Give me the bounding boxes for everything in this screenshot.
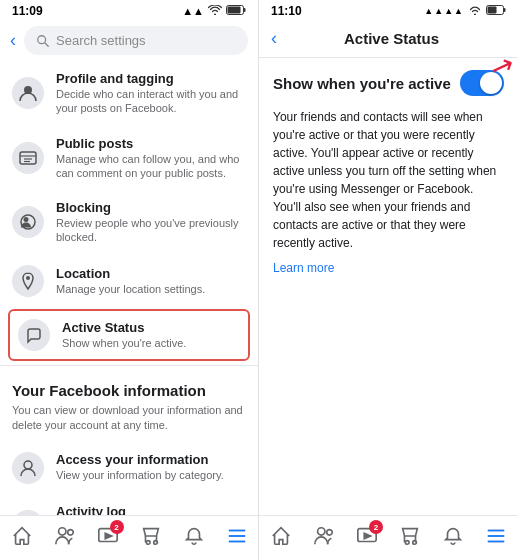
nav-notifications-left[interactable] [182,524,206,548]
settings-item-activity-log[interactable]: Activity log View and manage your inform… [0,494,258,515]
signal-icon: ▲▲ [182,5,204,17]
svg-rect-2 [228,7,241,14]
location-icon [12,265,44,297]
description-paragraph: Your friends and contacts will see when … [273,110,496,250]
watch-badge-right: 2 [369,520,383,534]
right-header: ‹ Active Status [259,20,518,58]
section-description: You can view or download your informatio… [0,403,258,442]
nav-friends-right[interactable] [312,524,336,548]
right-signal-icon: ▲▲▲▲ [424,6,464,16]
left-bottom-nav: 2 [0,515,258,560]
svg-point-32 [317,528,324,535]
left-back-arrow[interactable]: ‹ [10,30,20,51]
settings-item-profile[interactable]: Profile and tagging Decide who can inter… [0,61,258,126]
learn-more-link[interactable]: Learn more [273,261,334,275]
section-title: Your Facebook information [0,370,258,403]
svg-point-36 [405,541,409,545]
right-wifi-icon [468,5,482,17]
location-title: Location [56,266,246,281]
svg-point-12 [26,276,30,280]
active-status-subtitle: Show when you're active. [62,336,240,350]
settings-item-access-info[interactable]: Access your information View your inform… [0,442,258,494]
right-battery-icon [486,5,506,17]
settings-item-blocking[interactable]: Blocking Review people who you've previo… [0,190,258,255]
location-subtitle: Manage your location settings. [56,282,246,296]
svg-marker-35 [364,533,370,539]
svg-rect-31 [488,7,497,14]
learn-more-container: Learn more [273,258,504,276]
nav-home-left[interactable] [10,524,34,548]
public-posts-icon [12,142,44,174]
right-bottom-nav: 2 [259,515,518,560]
access-info-title: Access your information [56,452,246,467]
settings-list: Profile and tagging Decide who can inter… [0,61,258,515]
right-title: Active Status [277,30,506,47]
left-status-icons: ▲▲ [182,5,246,17]
nav-watch-right[interactable]: 2 [355,524,379,548]
nav-menu-left[interactable] [225,524,249,548]
svg-point-11 [24,217,29,222]
search-placeholder: Search settings [56,33,146,48]
search-icon [36,34,50,48]
nav-marketplace-right[interactable] [398,524,422,548]
profile-text: Profile and tagging Decide who can inter… [56,71,246,116]
battery-icon [226,5,246,17]
profile-subtitle: Decide who can interact with you and you… [56,87,246,116]
right-content: Show when you're active ↗ Your friends a… [259,58,518,515]
svg-point-21 [67,530,73,536]
nav-friends-left[interactable] [53,524,77,548]
profile-icon [12,77,44,109]
svg-point-33 [326,530,332,536]
nav-notifications-right[interactable] [441,524,465,548]
public-posts-subtitle: Manage who can follow you, and who can c… [56,152,246,181]
toggle-label: Show when you're active [273,75,451,92]
public-posts-text: Public posts Manage who can follow you, … [56,136,246,181]
right-panel: 11:10 ▲▲▲▲ ‹ Active Status [259,0,518,560]
nav-marketplace-left[interactable] [139,524,163,548]
activity-log-text: Activity log View and manage your inform… [56,504,246,515]
svg-point-24 [146,541,150,545]
right-status-bar: 11:10 ▲▲▲▲ [259,0,518,20]
blocking-subtitle: Review people who you've previously bloc… [56,216,246,245]
nav-home-right[interactable] [269,524,293,548]
nav-menu-right[interactable] [484,524,508,548]
description-text: Your friends and contacts will see when … [273,108,504,252]
profile-title: Profile and tagging [56,71,246,86]
left-status-bar: 11:09 ▲▲ [0,0,258,20]
activity-log-title: Activity log [56,504,246,515]
search-bar[interactable]: Search settings [24,26,248,55]
location-text: Location Manage your location settings. [56,266,246,296]
settings-item-location[interactable]: Location Manage your location settings. [0,255,258,307]
blocking-title: Blocking [56,200,246,215]
svg-point-20 [58,528,65,535]
svg-rect-1 [244,8,246,12]
svg-point-3 [38,35,46,43]
blocking-text: Blocking Review people who you've previo… [56,200,246,245]
active-status-icon [18,319,50,351]
svg-rect-6 [20,152,36,164]
right-time: 11:10 [271,4,302,18]
toggle-switch[interactable] [460,70,504,96]
access-info-subtitle: View your information by category. [56,468,246,482]
divider [0,365,258,366]
active-status-text: Active Status Show when you're active. [62,320,240,350]
left-time: 11:09 [12,4,43,18]
settings-item-public-posts[interactable]: Public posts Manage who can follow you, … [0,126,258,191]
toggle-row: Show when you're active ↗ [273,70,504,96]
active-status-title: Active Status [62,320,240,335]
access-info-text: Access your information View your inform… [56,452,246,482]
right-status-icons: ▲▲▲▲ [424,5,506,17]
watch-badge-left: 2 [110,520,124,534]
nav-watch-left[interactable]: 2 [96,524,120,548]
wifi-icon [208,5,222,17]
blocking-icon [12,206,44,238]
svg-point-13 [24,461,32,469]
svg-marker-23 [105,533,111,539]
settings-item-active-status[interactable]: Active Status Show when you're active. [8,309,250,361]
access-info-icon [12,452,44,484]
svg-rect-30 [504,8,506,12]
public-posts-title: Public posts [56,136,246,151]
svg-line-4 [45,43,48,46]
search-bar-area: ‹ Search settings [0,20,258,61]
left-panel: 11:09 ▲▲ ‹ [0,0,259,560]
